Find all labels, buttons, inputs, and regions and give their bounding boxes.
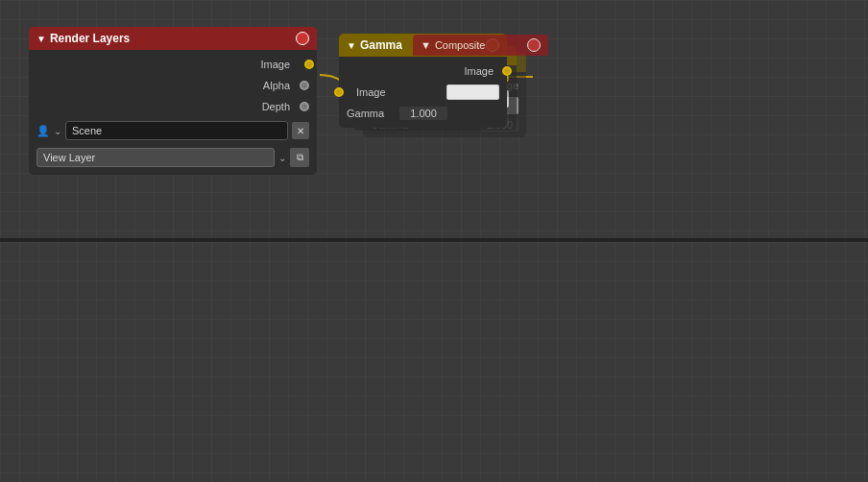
bottom-panel: ▼ Render Layers Image Alpha Depth 👤 (0, 242, 868, 482)
top-composite-label: Composite (435, 39, 486, 51)
image-output-row: Image (29, 54, 317, 75)
viewlayer-input[interactable] (36, 148, 275, 167)
top-panel: ▼ Render Layers Image Alpha Depth 👤 (0, 0, 868, 238)
gamma-image-out-row: Image (339, 60, 507, 82)
render-layers-header: ▼ Render Layers (29, 27, 317, 50)
render-layers-title: Render Layers (50, 32, 130, 45)
render-layers-body: Image Alpha Depth 👤 ⌄ ✕ (29, 50, 317, 175)
gamma-image-out-label: Image (347, 65, 499, 77)
alpha-output-row: Alpha (29, 75, 317, 96)
scene-row: 👤 ⌄ ✕ (29, 117, 317, 144)
depth-socket-out[interactable] (300, 102, 309, 111)
gamma-field-label: Gamma (347, 108, 399, 119)
scene-person-icon: 👤 (36, 125, 50, 137)
scene-input[interactable] (65, 121, 288, 140)
scene-close-btn[interactable]: ✕ (292, 122, 309, 139)
gamma-title: Gamma (360, 38, 402, 52)
depth-output-row: Depth (29, 96, 317, 117)
gamma-image-in-socket[interactable] (334, 87, 344, 97)
gamma-collapse-icon[interactable]: ▼ (347, 40, 356, 51)
collapse-icon[interactable]: ▼ (36, 34, 46, 44)
viewlayer-copy-btn[interactable]: ⧉ (290, 148, 309, 167)
render-icon (296, 32, 309, 45)
gamma-image-in-row: Image (339, 82, 507, 103)
gamma-image-in-label: Image (347, 86, 446, 98)
gamma-body: Image Image Gamma 1.000 (339, 57, 507, 128)
scene-dropdown-icon[interactable]: ⌄ (54, 126, 61, 136)
viewlayer-dropdown-icon[interactable]: ⌄ (278, 153, 286, 163)
top-render-layers-node: ▼ Render Layers Image Alpha Depth 👤 (29, 27, 317, 175)
image-label: Image (36, 59, 300, 70)
gamma-value-row: Gamma 1.000 (339, 103, 507, 124)
composite-ghost-icon (527, 38, 541, 52)
image-socket-out[interactable] (304, 60, 314, 69)
gamma-field-value[interactable]: 1.000 (399, 107, 447, 120)
gamma-white-field[interactable] (446, 84, 499, 100)
depth-label: Depth (36, 101, 300, 112)
viewlayer-row: ⌄ ⧉ (29, 144, 317, 171)
bottom-connectors (0, 242, 868, 482)
alpha-label: Alpha (36, 80, 300, 91)
alpha-socket-out[interactable] (300, 81, 309, 90)
gamma-image-out-socket[interactable] (502, 66, 512, 76)
top-composite-ghost: ▼ Composite (413, 35, 548, 56)
